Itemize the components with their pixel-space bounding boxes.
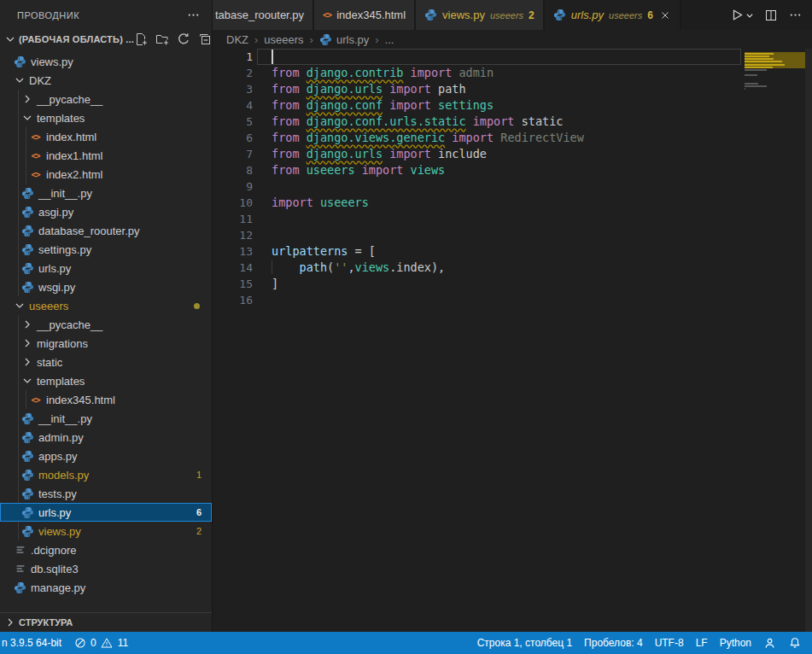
tree-item-init-py[interactable]: __init__.py (0, 409, 212, 428)
status-eol[interactable]: LF (690, 632, 714, 654)
status-label: Строка 1, столбец 1 (477, 637, 572, 649)
code-line-7[interactable]: 7from django.urls import include (213, 146, 812, 162)
status-indentation[interactable]: Пробелов: 4 (578, 632, 649, 654)
run-icon (730, 9, 744, 22)
editor-actions (720, 0, 812, 30)
code-line-4[interactable]: 4from django.conf import settings (213, 97, 812, 114)
status-label: UTF-8 (655, 637, 684, 649)
status-problems[interactable]: 011 (67, 632, 134, 654)
more-actions-button[interactable] (788, 9, 802, 22)
explorer-more-icon[interactable] (186, 9, 200, 22)
file-name: apps.py (38, 450, 78, 463)
tree-item-views-py[interactable]: views.py (0, 52, 212, 71)
code-line-9[interactable]: 9 (213, 178, 812, 195)
split-editor-button[interactable] (764, 9, 778, 22)
workspace-section-header[interactable]: (РАБОЧАЯ ОБЛАСТЬ) ... (0, 30, 212, 49)
code-line-16[interactable]: 16 (213, 292, 812, 308)
status-language-mode[interactable]: Python (714, 632, 757, 654)
code-line-13[interactable]: 13urlpatterns = [ (213, 243, 812, 260)
tab-index345-html[interactable]: <>index345.html (314, 0, 416, 30)
tree-item-urls-py[interactable]: urls.py (0, 259, 212, 277)
status-notifications[interactable] (782, 632, 807, 654)
new-file-button[interactable] (134, 32, 148, 46)
code-token: .index), (389, 260, 445, 274)
tree-item-urls-py[interactable]: urls.py6 (0, 503, 212, 522)
status-left: n 3.9.5 64-bit011 (0, 632, 134, 654)
tree-item-templates[interactable]: templates (0, 371, 212, 390)
line-number: 13 (213, 243, 253, 260)
tree-item-pycache[interactable]: __pycache__ (0, 90, 212, 108)
code-line-10[interactable]: 10import useeers (213, 195, 812, 211)
tree-item-static[interactable]: static (0, 353, 212, 371)
code-line-3[interactable]: 3from django.urls import path (213, 81, 812, 97)
tab-tabase-roouter-py[interactable]: tabase_roouter.py (213, 0, 314, 30)
status-feedback[interactable] (757, 632, 782, 654)
line-content: from django.urls import include (272, 146, 487, 162)
file-name: templates (37, 375, 85, 388)
status-python-interpreter[interactable]: n 3.9.5 64-bit (0, 632, 67, 654)
warning-count: 11 (118, 637, 128, 649)
new-folder-button[interactable] (155, 32, 169, 46)
tree-item-db-sqlite3[interactable]: db.sqlite3 (0, 559, 212, 578)
python-file-icon (20, 225, 36, 237)
tree-item-asgi-py[interactable]: asgi.py (0, 202, 212, 221)
outline-section-header[interactable]: СТРУКТУРА (0, 612, 212, 632)
tab-urls-py[interactable]: urls.pyuseeers6 (545, 0, 681, 30)
tree-item-wsgi-py[interactable]: wsgi.py (0, 277, 212, 296)
line-content: from django.views.generic import Redirec… (272, 130, 584, 146)
code-line-5[interactable]: 5from django.conf.urls.static import sta… (213, 114, 812, 130)
html-file-icon: <> (27, 132, 44, 142)
tree-item-index2-html[interactable]: <>index2.html (0, 165, 212, 184)
tree-item-dkz[interactable]: DKZ (0, 71, 212, 90)
line-number: 2 (213, 65, 253, 81)
tree-item-dcignore[interactable]: .dcignore (0, 540, 212, 559)
tree-item-settings-py[interactable]: settings.py (0, 240, 212, 259)
tree-item-migrations[interactable]: migrations (0, 334, 212, 353)
close-icon[interactable] (659, 9, 671, 21)
breadcrumb-item-urls-py[interactable]: urls.py (319, 33, 369, 46)
tree-item-useeers[interactable]: useeers (0, 296, 212, 315)
code-line-12[interactable]: 12 (213, 227, 812, 243)
tree-item-manage-py[interactable]: manage.py (0, 578, 212, 597)
tree-item-templates[interactable]: templates (0, 108, 212, 127)
tree-item-views-py[interactable]: views.py2 (0, 522, 212, 540)
collapse-all-button[interactable] (198, 32, 212, 46)
tree-item-models-py[interactable]: models.py1 (0, 465, 212, 484)
file-name: index.html (46, 131, 96, 143)
code-line-8[interactable]: 8from useeers import views (213, 162, 812, 178)
code-line-15[interactable]: 15] (213, 276, 812, 292)
tree-item-tests-py[interactable]: tests.py (0, 484, 212, 503)
code-line-14[interactable]: 14 path('',views.index), (213, 260, 812, 276)
file-name: asgi.py (38, 206, 73, 219)
minimap[interactable] (745, 50, 805, 93)
scrollbar[interactable] (805, 49, 812, 632)
code-token: static (522, 114, 564, 128)
code-line-2[interactable]: 2from django.contrib import admin (213, 65, 812, 81)
status-label: Пробелов: 4 (584, 637, 643, 649)
file-name: index1.html (46, 149, 102, 162)
code-editor[interactable]: 12from django.contrib import admin3from … (213, 49, 812, 632)
breadcrumb-item-dkz[interactable]: DKZ (226, 33, 248, 46)
tree-item-index-html[interactable]: <>index.html (0, 127, 212, 146)
code-token (383, 98, 389, 112)
status-label: LF (696, 637, 708, 649)
tree-item-index345-html[interactable]: <>index345.html (0, 390, 212, 409)
tree-item-apps-py[interactable]: apps.py (0, 447, 212, 465)
tree-item-index1-html[interactable]: <>index1.html (0, 146, 212, 165)
tree-item-pycache[interactable]: __pycache__ (0, 315, 212, 334)
code-token: path (438, 82, 466, 96)
status-encoding[interactable]: UTF-8 (649, 632, 690, 654)
code-line-11[interactable]: 11 (213, 211, 812, 227)
text-cursor (272, 50, 273, 64)
tree-item-database-roouter-py[interactable]: database_roouter.py (0, 221, 212, 240)
run-button[interactable] (730, 9, 754, 22)
breadcrumb-item-useeers[interactable]: useeers (264, 33, 303, 46)
code-line-1[interactable]: 1 (213, 49, 812, 65)
code-line-6[interactable]: 6from django.views.generic import Redire… (213, 130, 812, 146)
refresh-button[interactable] (177, 32, 190, 46)
status-cursor-position[interactable]: Строка 1, столбец 1 (471, 632, 578, 654)
breadcrumb-item-[interactable]: ... (385, 33, 394, 46)
tree-item-init-py[interactable]: __init__.py (0, 184, 212, 202)
tree-item-admin-py[interactable]: admin.py (0, 428, 212, 447)
tab-views-py[interactable]: views.pyuseeers2 (416, 0, 545, 30)
